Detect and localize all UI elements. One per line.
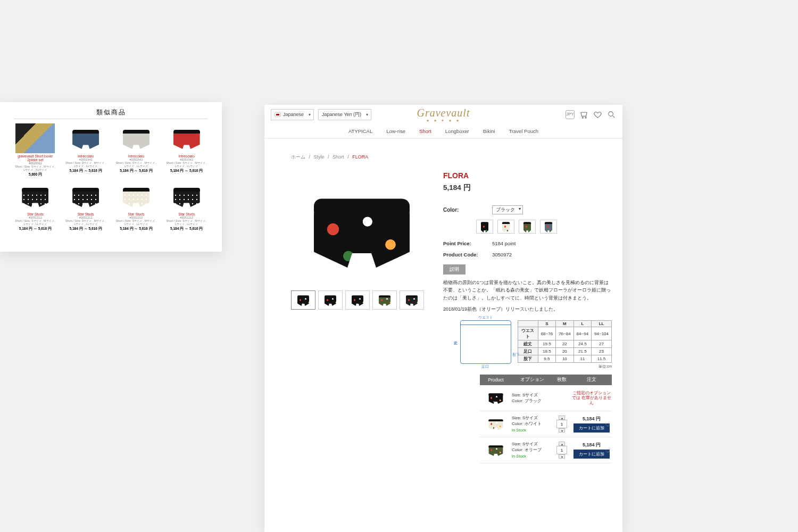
language-value: Japanese (283, 112, 304, 117)
related-sizes: Short / Size: Sサイズ , Mサイズ , Lサイズ , LLサイズ (64, 219, 107, 226)
svg-point-0 (582, 117, 583, 118)
related-price: 5,184 円 ～ 5,616 円 (69, 227, 102, 231)
release-note: 2018/01/19新色（オリーブ）リリースいたしました。 (443, 306, 612, 313)
variant-option: Size: SサイズColor: オリーブIn Stock (512, 441, 552, 459)
related-grid: gravevault Short boxer 2piece set#882806… (14, 123, 208, 231)
related-sizes: Short / Size: Sサイズ , Mサイズ , Lサイズ , XLサイズ (14, 165, 57, 172)
nav-atypical[interactable]: ATYPICAL (348, 128, 372, 134)
qty-stepper[interactable]: ▴▾ (556, 415, 567, 433)
nav-low-rise[interactable]: Low-rise (386, 128, 405, 134)
crumb[interactable]: ホーム (291, 154, 305, 160)
account-icon[interactable]: JPY (566, 110, 575, 119)
thumbnail[interactable] (291, 290, 315, 310)
brand-logo[interactable]: Gravevault (417, 107, 470, 119)
qty-input[interactable] (556, 420, 567, 428)
related-item[interactable]: Star Studs#3051212Short / Size: Sサイズ , M… (14, 181, 57, 231)
variant-thumb (480, 439, 512, 461)
qty-down-icon[interactable]: ▾ (559, 454, 565, 459)
main-nav: ATYPICALLow-riseShortLongboxerBikiniTrav… (264, 124, 622, 139)
related-name: gravevault Short boxer 2piece set (14, 154, 57, 162)
related-item[interactable]: Star Studs#3051212Short / Size: Sサイズ , M… (165, 181, 208, 231)
variant-thumb (480, 387, 512, 409)
related-name: Star Studs (78, 212, 94, 216)
related-thumb (117, 123, 156, 153)
qty-down-icon[interactable]: ▾ (559, 428, 565, 433)
qty-up-icon[interactable]: ▴ (559, 442, 565, 446)
description-tab[interactable]: 説明 (443, 264, 466, 275)
nav-short[interactable]: Short (419, 128, 431, 134)
language-selector[interactable]: Japanese (271, 109, 314, 120)
related-thumb (167, 123, 206, 153)
related-name: Intrecciato (128, 154, 144, 158)
related-price: 5,184 円 ～ 5,616 円 (120, 227, 152, 231)
qty-input[interactable] (556, 446, 567, 454)
thumbnail[interactable] (372, 290, 397, 310)
currency-selector[interactable]: Japanese Yen (円) (318, 109, 371, 120)
cart-icon[interactable] (579, 110, 588, 119)
product-section: FLORA 5,184 円 Color: ブラック Point Price:51… (264, 171, 622, 463)
variant-table: Product オプション 枚数 注文 Size: SサイズColor: ブラッ… (480, 375, 612, 463)
crumb[interactable]: Short (332, 154, 344, 160)
related-price: 5,184 円 ～ 5,616 円 (120, 169, 152, 173)
product-title: FLORA (443, 171, 612, 180)
product-detail: FLORA 5,184 円 Color: ブラック Point Price:51… (443, 171, 612, 463)
variant-row: Size: SサイズColor: ホワイトIn Stock▴▾ 5,184 円カ… (480, 411, 612, 437)
main-image[interactable] (291, 171, 433, 287)
product-page: Japanese Japanese Yen (円) Gravevault ★ ★… (264, 105, 622, 532)
add-to-cart-button[interactable]: カートに追加 (573, 450, 610, 459)
svg-point-2 (609, 111, 613, 116)
top-icons: JPY (566, 110, 616, 119)
nav-longboxer[interactable]: Longboxer (445, 128, 469, 134)
wishlist-icon[interactable]: ♡ (605, 447, 611, 454)
related-price: 5,800 円 (29, 172, 42, 177)
variant-option: Size: SサイズColor: ホワイトIn Stock (512, 415, 552, 433)
qty-up-icon[interactable]: ▴ (559, 415, 565, 420)
related-thumb (167, 181, 206, 211)
thumbnail[interactable] (345, 290, 370, 310)
color-swatch[interactable] (519, 220, 536, 234)
size-table: SMLLLウエスト68~7676~8484~9494~104総丈19.52224… (518, 320, 612, 363)
nav-travel pouch[interactable]: Travel Pouch (509, 128, 538, 134)
code-value: 3050972 (492, 252, 512, 257)
variant-price: 5,184 円 (583, 442, 601, 448)
crumb[interactable]: Style (314, 154, 325, 160)
color-swatch[interactable] (497, 220, 514, 234)
point-value: 5184 point (492, 240, 516, 246)
color-select[interactable]: ブラック (492, 205, 523, 214)
related-item[interactable]: Star Studs#3051212Short / Size: Sサイズ , M… (64, 181, 107, 231)
related-item[interactable]: Intrecciato#3051542Short / Size: Sサイズ , … (64, 123, 107, 177)
brand-sub: ★ ★ ✦ ★ ★ (426, 119, 461, 123)
thumbnail[interactable] (400, 290, 424, 310)
thumbnail[interactable] (318, 290, 343, 310)
related-sizes: Short / Size: Sサイズ , Mサイズ , Lサイズ , LLサイズ (64, 161, 107, 168)
related-title: 類似商品 (14, 109, 208, 117)
wishlist-icon[interactable]: ♡ (605, 421, 611, 428)
color-swatch[interactable] (476, 220, 493, 234)
search-icon[interactable] (607, 110, 616, 119)
nav-bikini[interactable]: Bikini (483, 128, 495, 134)
related-name: Intrecciato (78, 154, 94, 158)
variant-header: Product オプション 枚数 注文 (480, 375, 612, 385)
related-thumb (66, 123, 105, 153)
crumb-current: FLORA (352, 154, 368, 160)
divider (14, 119, 208, 119)
related-item[interactable]: Intrecciato#3051542Short / Size: Sサイズ , … (115, 123, 158, 177)
related-sizes: Short / Size: Sサイズ , Mサイズ , Lサイズ , LLサイズ (14, 219, 57, 226)
color-swatch[interactable] (540, 220, 557, 234)
variant-row: Size: SサイズColor: オリーブIn Stock▴▾ 5,184 円カ… (480, 437, 612, 463)
related-item[interactable]: Intrecciato#3051542Short / Size: Sサイズ , … (165, 123, 208, 177)
related-item[interactable]: Star Studs#3051212Short / Size: Sサイズ , M… (115, 181, 158, 231)
wishlist-icon[interactable]: ♡ (605, 394, 611, 402)
related-name: Star Studs (178, 212, 195, 216)
breadcrumb: ホーム / Style / Short / FLORA (264, 139, 622, 171)
related-name: Star Studs (128, 212, 144, 216)
related-products-panel: 類似商品 gravevault Short boxer 2piece set#8… (0, 102, 222, 252)
heart-icon[interactable] (593, 110, 602, 119)
product-price: 5,184 円 (443, 183, 612, 193)
related-price: 5,184 円 ～ 5,616 円 (69, 169, 102, 173)
size-unit: 単位:cm (518, 364, 612, 369)
add-to-cart-button[interactable]: カートに追加 (573, 423, 610, 433)
related-sizes: Short / Size: Sサイズ , Mサイズ , Lサイズ , LLサイズ (115, 161, 158, 168)
related-item[interactable]: gravevault Short boxer 2piece set#882806… (14, 123, 57, 177)
qty-stepper[interactable]: ▴▾ (556, 442, 567, 459)
